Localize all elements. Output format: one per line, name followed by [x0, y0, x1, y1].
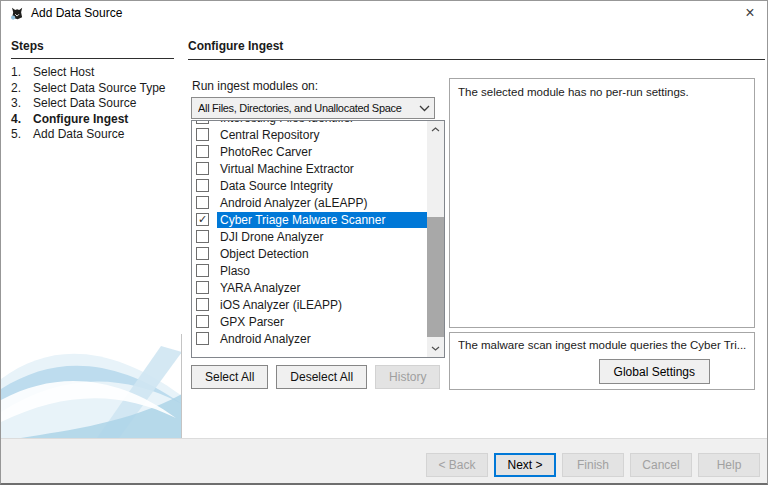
configure-ingest-pane: Configure Ingest Run ingest modules on: …: [1, 25, 768, 438]
deselect-all-button[interactable]: Deselect All: [276, 365, 367, 389]
module-checkbox[interactable]: [196, 247, 209, 260]
ingest-scope-dropdown[interactable]: All Files, Directories, and Unallocated …: [191, 97, 435, 119]
module-label: Android Analyzer: [217, 331, 429, 347]
help-button[interactable]: Help: [698, 453, 760, 477]
module-row[interactable]: Android Analyzer: [192, 330, 429, 347]
autopsy-logo-icon: [9, 5, 25, 21]
window-title: Add Data Source: [31, 6, 122, 20]
module-checkbox[interactable]: [196, 264, 209, 277]
module-checkbox[interactable]: ✓: [196, 213, 209, 226]
scrollbar-thumb[interactable]: [427, 217, 444, 337]
module-checkbox[interactable]: [196, 281, 209, 294]
module-label: GPX Parser: [217, 314, 429, 330]
module-row[interactable]: YARA Analyzer: [192, 279, 429, 296]
module-row[interactable]: Interesting Files Identifier: [192, 121, 429, 126]
module-label: Cyber Triage Malware Scanner: [217, 212, 429, 228]
module-row[interactable]: Plaso: [192, 262, 429, 279]
module-row[interactable]: Data Source Integrity: [192, 177, 429, 194]
module-row[interactable]: PhotoRec Carver: [192, 143, 429, 160]
module-checkbox[interactable]: [196, 230, 209, 243]
next-button[interactable]: Next >: [494, 453, 556, 477]
history-button[interactable]: History: [375, 365, 440, 389]
module-row[interactable]: Central Repository: [192, 126, 429, 143]
global-settings-button[interactable]: Global Settings: [599, 359, 710, 384]
chevron-down-icon: [431, 346, 440, 351]
module-checkbox[interactable]: [196, 298, 209, 311]
run-modules-label: Run ingest modules on:: [192, 79, 318, 93]
scroll-down-button[interactable]: [427, 340, 444, 357]
module-label: Object Detection: [217, 246, 429, 262]
module-label: Data Source Integrity: [217, 178, 429, 194]
module-checkbox[interactable]: [196, 145, 209, 158]
footer-buttons: < BackNext >FinishCancelHelp: [426, 453, 760, 477]
module-rows: Interesting Files Identifier Central Rep…: [192, 121, 429, 357]
module-checkbox[interactable]: [196, 128, 209, 141]
select-all-button[interactable]: Select All: [191, 365, 268, 389]
module-row[interactable]: GPX Parser: [192, 313, 429, 330]
finish-button[interactable]: Finish: [562, 453, 624, 477]
module-row[interactable]: DJI Drone Analyzer: [192, 228, 429, 245]
module-list-buttons: Select All Deselect All History: [191, 365, 440, 389]
module-row[interactable]: Virtual Machine Extractor: [192, 160, 429, 177]
module-description-text: The malware scan ingest module queries t…: [458, 339, 746, 351]
wizard-footer: < BackNext >FinishCancelHelp: [1, 438, 768, 485]
module-checkbox[interactable]: [196, 332, 209, 345]
dropdown-selected-value: All Files, Directories, and Unallocated …: [198, 102, 412, 114]
module-label: Android Analyzer (aLEAPP): [217, 195, 429, 211]
module-label: PhotoRec Carver: [217, 144, 429, 160]
back-button[interactable]: < Back: [426, 453, 488, 477]
chevron-down-icon: [419, 105, 430, 112]
module-label: Interesting Files Identifier: [217, 121, 429, 126]
module-row[interactable]: iOS Analyzer (iLEAPP): [192, 296, 429, 313]
module-label: DJI Drone Analyzer: [217, 229, 429, 245]
module-label: YARA Analyzer: [217, 280, 429, 296]
module-checkbox[interactable]: [196, 315, 209, 328]
module-checkbox[interactable]: [196, 121, 209, 124]
add-data-source-dialog: Add Data Source × Steps 1. Select Host 2…: [0, 0, 768, 485]
module-label: Virtual Machine Extractor: [217, 161, 429, 177]
module-settings-panel: The selected module has no per-run setti…: [449, 78, 755, 328]
module-checkbox[interactable]: [196, 196, 209, 209]
module-row[interactable]: ✓ Cyber Triage Malware Scanner: [192, 211, 429, 228]
pane-heading: Configure Ingest: [188, 39, 765, 60]
module-row[interactable]: Object Detection: [192, 245, 429, 262]
window-titlebar: Add Data Source ×: [1, 1, 767, 25]
settings-message: The selected module has no per-run setti…: [458, 86, 689, 98]
cancel-button[interactable]: Cancel: [630, 453, 692, 477]
module-checkbox[interactable]: [196, 179, 209, 192]
module-row[interactable]: Android Analyzer (aLEAPP): [192, 194, 429, 211]
ingest-module-list: Interesting Files Identifier Central Rep…: [191, 120, 445, 358]
chevron-up-icon: [431, 127, 440, 132]
module-description-panel: The malware scan ingest module queries t…: [449, 332, 755, 390]
vertical-scrollbar[interactable]: [427, 121, 444, 357]
scroll-up-button[interactable]: [427, 121, 444, 138]
close-button[interactable]: ×: [740, 3, 760, 23]
module-label: Central Repository: [217, 127, 429, 143]
module-label: Plaso: [217, 263, 429, 279]
module-checkbox[interactable]: [196, 162, 209, 175]
module-label: iOS Analyzer (iLEAPP): [217, 297, 429, 313]
